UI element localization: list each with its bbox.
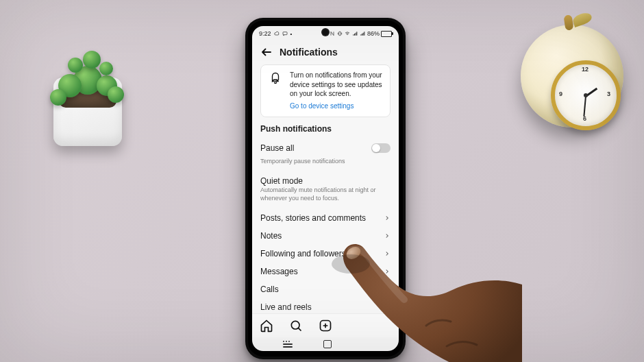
battery-percent: 86% (367, 30, 380, 37)
banner-text: Turn on notifications from your device s… (290, 71, 383, 99)
more-indicator: • (290, 31, 293, 37)
recents-button[interactable] (283, 341, 293, 348)
signal-icon (352, 31, 358, 36)
bell-icon (268, 71, 283, 86)
pause-all-toggle[interactable] (371, 143, 391, 153)
status-time: 9:22 (259, 30, 271, 37)
menu-posts-stories-comments[interactable]: Posts, stories and comments (260, 209, 391, 227)
vibrate-icon (337, 31, 343, 36)
cast-icon (282, 31, 288, 36)
wifi-icon (345, 31, 350, 36)
android-nav-bar (252, 337, 399, 351)
menu-live-reels[interactable]: Live and reels (260, 298, 391, 313)
app-header: Notifications (252, 41, 399, 63)
quiet-mode-desc: Automatically mute notifications at nigh… (260, 186, 391, 202)
menu-label: Live and reels (260, 302, 312, 312)
section-push-notifications: Push notifications (260, 124, 391, 134)
signal2-icon (360, 31, 365, 36)
chevron-right-icon (384, 268, 391, 275)
phone-device: 9:22 • (245, 18, 406, 359)
desk-surface: 12 3 6 9 9:22 (0, 0, 644, 362)
device-notification-banner[interactable]: Turn on notifications from your device s… (260, 64, 391, 117)
cloud-icon (274, 31, 280, 36)
chevron-right-icon (384, 250, 391, 257)
menu-label: Following and followers (260, 249, 346, 258)
menu-label: Notes (260, 231, 282, 241)
bottom-nav (252, 313, 399, 337)
menu-calls[interactable]: Calls (260, 280, 391, 298)
svg-rect-1 (339, 32, 341, 35)
chevron-right-icon (384, 232, 391, 239)
nav-home[interactable] (259, 318, 274, 333)
back-button[interactable] (260, 46, 273, 58)
svg-rect-0 (283, 32, 287, 35)
pause-all-label: Pause all (260, 143, 294, 153)
nav-search[interactable] (288, 318, 304, 333)
menu-messages[interactable]: Messages (260, 263, 391, 280)
battery-indicator: 86% (367, 30, 392, 37)
pause-all-row[interactable]: Pause all (260, 138, 391, 158)
nfc-icon (330, 31, 335, 36)
chevron-right-icon (384, 286, 391, 293)
menu-following-followers[interactable]: Following and followers (260, 245, 391, 263)
svg-point-2 (292, 321, 300, 329)
front-camera (323, 29, 328, 35)
phone-screen: 9:22 • (252, 26, 399, 351)
home-button[interactable] (323, 340, 332, 348)
chevron-right-icon (384, 215, 391, 221)
quiet-mode-label: Quiet mode (260, 176, 303, 186)
planter-prop (43, 26, 132, 149)
menu-notes[interactable]: Notes (260, 227, 391, 245)
page-title: Notifications (280, 47, 338, 58)
content-area: Turn on notifications from your device s… (252, 63, 399, 313)
quiet-mode-row[interactable]: Quiet mode (260, 171, 391, 187)
nav-create[interactable] (318, 318, 333, 333)
device-settings-link[interactable]: Go to device settings (290, 102, 354, 110)
menu-label: Calls (260, 285, 279, 294)
pause-all-desc: Temporarily pause notifications (260, 157, 391, 165)
menu-label: Messages (260, 267, 298, 276)
menu-label: Posts, stories and comments (260, 213, 366, 223)
apple-clock-prop: 12 3 6 9 (521, 12, 623, 149)
